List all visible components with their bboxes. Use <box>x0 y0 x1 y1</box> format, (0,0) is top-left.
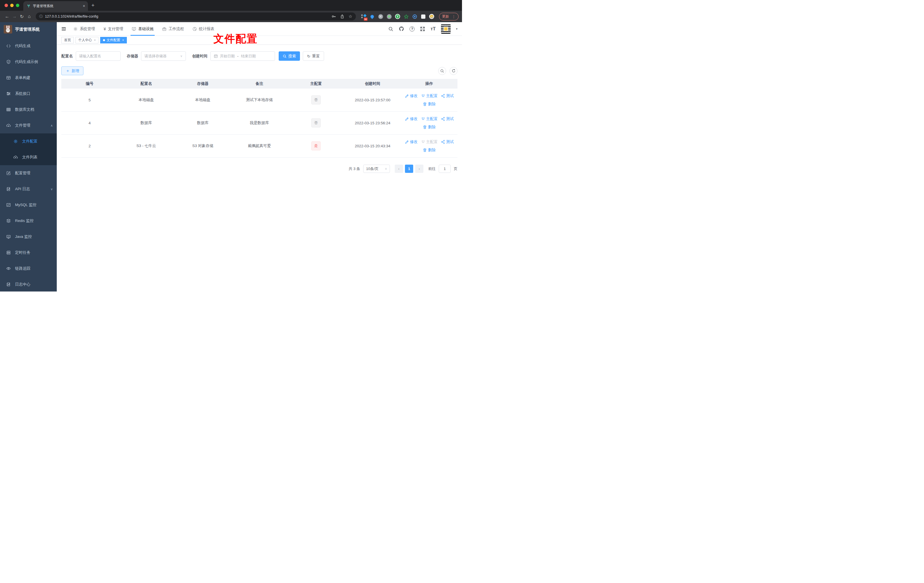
extension-dot-icon[interactable] <box>386 14 392 19</box>
tab-close-icon[interactable]: × <box>83 4 85 8</box>
sidebar-item-file-manage[interactable]: 文件管理∧ <box>0 117 57 134</box>
fullscreen-icon[interactable] <box>420 26 425 31</box>
sidebar-item-java-monitor[interactable]: Java 监控 <box>0 229 57 244</box>
top-nav-infra[interactable]: 基础设施 <box>127 22 158 35</box>
sidebar-item-file-list[interactable]: 文件列表 <box>0 149 57 165</box>
search-icon[interactable] <box>388 26 393 31</box>
page-size-select[interactable]: 10条/页∨ <box>363 165 390 173</box>
top-nav-system[interactable]: 系统管理 <box>69 22 99 35</box>
master-tag: 是 <box>311 141 321 150</box>
edit-link[interactable]: 修改 <box>405 93 418 99</box>
sidebar-item-api-log[interactable]: API 日志∨ <box>0 181 57 197</box>
master-link[interactable]: 主配置 <box>421 93 438 99</box>
goto-page-input[interactable]: 1 <box>439 165 450 173</box>
close-window-button[interactable] <box>5 4 8 7</box>
sidebar-item-config-manage[interactable]: 配置管理 <box>0 165 57 181</box>
address-bar[interactable]: ⓘ 127.0.0.1:1024/infra/file/file-config … <box>36 13 356 20</box>
date-range-input[interactable]: 开始日期 - 结束日期 <box>210 51 275 61</box>
font-size-icon[interactable]: тT <box>431 26 436 31</box>
master-tag: 否 <box>311 118 321 127</box>
delete-link[interactable]: 删除 <box>422 148 436 153</box>
sidebar-item-code-gen[interactable]: 代码生成 <box>0 38 57 54</box>
sidebar-item-job[interactable]: 定时任务 <box>0 244 57 261</box>
page-content: 配置名 请输入配置名 存储器 请选择存储器∨ 创建时间 开始日期 - 结束日期 … <box>57 45 462 292</box>
profile-avatar-icon[interactable] <box>429 14 434 19</box>
site-info-icon[interactable]: ⓘ <box>39 14 43 19</box>
config-name-label: 配置名 <box>61 54 73 59</box>
test-link[interactable]: 测试 <box>441 116 454 122</box>
back-icon[interactable]: ← <box>3 14 11 19</box>
config-name-input[interactable]: 请输入配置名 <box>76 51 120 61</box>
qr-avatar[interactable] <box>441 24 450 34</box>
goto-label: 前往 <box>428 166 436 172</box>
github-icon[interactable] <box>399 26 404 31</box>
tag-close-icon[interactable]: × <box>94 38 96 42</box>
extension-badge: 11 <box>364 18 367 21</box>
cloud-download-icon <box>6 123 11 128</box>
browser-update-button[interactable]: 更新 ⋮ <box>439 13 459 20</box>
sidebar-item-label: 表单构建 <box>15 75 30 80</box>
forward-icon[interactable]: → <box>11 14 18 19</box>
extension-grid-icon[interactable]: 11 <box>361 14 366 19</box>
sidebar-item-redis-monitor[interactable]: Redis 监控 <box>0 213 57 229</box>
refresh-table-button[interactable] <box>449 67 457 75</box>
password-key-icon[interactable] <box>332 14 336 19</box>
edit-link[interactable]: 修改 <box>405 139 418 144</box>
minimize-window-button[interactable] <box>10 4 13 7</box>
tag-view-item[interactable]: 首页 <box>61 37 74 43</box>
search-button[interactable]: 搜索 <box>279 51 300 61</box>
delete-link[interactable]: 删除 <box>422 102 436 107</box>
new-tab-button[interactable]: + <box>91 2 94 8</box>
next-page-button[interactable]: › <box>415 165 423 173</box>
app-logo[interactable]: 芋道管理系统 <box>0 22 57 36</box>
extension-star-icon[interactable] <box>404 14 409 19</box>
home-icon[interactable]: ⌂ <box>26 14 33 19</box>
toggle-search-button[interactable] <box>438 67 446 75</box>
sidebar-item-db-doc[interactable]: 数据库文档 <box>0 102 57 117</box>
collapse-sidebar-icon[interactable] <box>61 26 66 31</box>
tag-view-item[interactable]: 文件配置× <box>100 37 127 43</box>
delete-link[interactable]: 删除 <box>422 125 436 130</box>
total-count: 共 3 条 <box>349 166 360 172</box>
sidebar-item-label: API 日志 <box>15 187 30 192</box>
tags-view: 首页个人中心×文件配置× <box>57 36 462 45</box>
master-link[interactable]: 主配置 <box>421 116 438 122</box>
current-page-button[interactable]: 1 <box>405 165 413 173</box>
cell-actions: 修改主配置测试删除 <box>401 116 457 130</box>
test-link[interactable]: 测试 <box>441 139 454 144</box>
top-nav-pay[interactable]: ¥支付管理 <box>99 22 127 35</box>
cell-master: 否 <box>288 118 344 127</box>
top-nav-workflow[interactable]: 工作流程 <box>158 22 188 35</box>
browser-tab[interactable]: 芋道管理系统 × <box>23 1 88 11</box>
extension-eye-icon[interactable] <box>412 14 417 19</box>
sidebar-item-file-config[interactable]: 文件配置 <box>0 134 57 149</box>
sidebar-item-form-builder[interactable]: 表单构建 <box>0 70 57 86</box>
cell-id: 5 <box>61 98 118 102</box>
storage-select[interactable]: 请选择存储器∨ <box>141 51 186 61</box>
help-icon[interactable]: ? <box>409 26 414 31</box>
browser-menu-icon[interactable]: ⋮ <box>452 15 456 19</box>
prev-page-button[interactable]: ‹ <box>395 165 403 173</box>
zoom-window-button[interactable] <box>16 4 19 7</box>
sidebar-item-code-example[interactable]: 代码生成示例 <box>0 54 57 70</box>
share-export-icon[interactable] <box>340 14 345 19</box>
reload-icon[interactable]: ↻ <box>18 14 26 19</box>
sidebar-item-tracer[interactable]: 链路追踪 <box>0 261 57 276</box>
bookmark-star-icon[interactable]: ☆ <box>348 14 352 19</box>
test-link[interactable]: 测试 <box>441 93 454 99</box>
tag-view-item[interactable]: 个人中心× <box>76 37 99 43</box>
reset-button[interactable]: ↻ 重置 <box>303 51 324 61</box>
extension-pin-icon[interactable] <box>370 14 375 19</box>
column-header: 配置名 <box>118 81 174 86</box>
chevron-down-icon[interactable]: ▾ <box>456 27 457 30</box>
edit-link[interactable]: 修改 <box>405 116 418 122</box>
add-button[interactable]: ＋ 新增 <box>61 66 83 75</box>
extension-command-icon[interactable]: ⌘ <box>378 14 383 19</box>
sidebar-item-system-api[interactable]: 系统接口 <box>0 86 57 102</box>
sidebar-item-mysql-monitor[interactable]: MySQL 监控 <box>0 197 57 213</box>
pencil-icon <box>405 117 409 121</box>
extension-puzzle-icon[interactable] <box>421 14 426 19</box>
tag-close-icon[interactable]: × <box>122 38 124 42</box>
sidebar-item-log-center[interactable]: 日志中心 <box>0 276 57 292</box>
extension-y-icon[interactable]: Y <box>395 14 401 19</box>
